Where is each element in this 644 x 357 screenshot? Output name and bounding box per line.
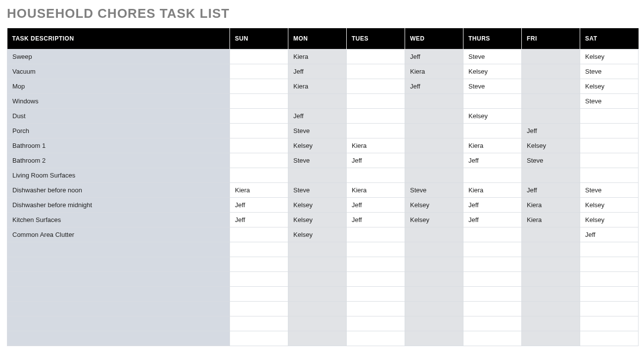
assignment-cell[interactable] <box>288 331 347 346</box>
assignment-cell[interactable] <box>580 302 639 316</box>
assignment-cell[interactable] <box>347 331 405 346</box>
assignment-cell[interactable]: Kelsey <box>288 138 347 153</box>
assignment-cell[interactable] <box>288 168 347 183</box>
assignment-cell[interactable]: Jeff <box>405 49 463 64</box>
task-description-cell[interactable]: Dishwasher before noon <box>7 183 230 198</box>
assignment-cell[interactable]: Steve <box>288 183 347 198</box>
assignment-cell[interactable] <box>522 109 580 124</box>
assignment-cell[interactable]: Jeff <box>463 153 522 168</box>
assignment-cell[interactable] <box>580 109 639 124</box>
assignment-cell[interactable]: Kelsey <box>405 213 463 227</box>
assignment-cell[interactable]: Kiera <box>522 198 580 213</box>
task-description-cell[interactable]: Dust <box>7 109 230 124</box>
task-description-cell[interactable] <box>7 302 230 316</box>
assignment-cell[interactable] <box>405 109 463 124</box>
assignment-cell[interactable] <box>405 153 463 168</box>
assignment-cell[interactable] <box>288 302 347 316</box>
assignment-cell[interactable] <box>347 168 405 183</box>
assignment-cell[interactable] <box>580 272 639 287</box>
assignment-cell[interactable]: Kiera <box>347 138 405 153</box>
assignment-cell[interactable] <box>522 302 580 316</box>
assignment-cell[interactable] <box>230 272 288 287</box>
assignment-cell[interactable] <box>463 257 522 272</box>
assignment-cell[interactable] <box>463 272 522 287</box>
assignment-cell[interactable] <box>347 109 405 124</box>
assignment-cell[interactable] <box>230 64 288 79</box>
assignment-cell[interactable] <box>405 316 463 331</box>
assignment-cell[interactable] <box>580 257 639 272</box>
assignment-cell[interactable] <box>230 257 288 272</box>
assignment-cell[interactable] <box>580 168 639 183</box>
assignment-cell[interactable]: Kiera <box>522 213 580 227</box>
assignment-cell[interactable] <box>405 168 463 183</box>
assignment-cell[interactable] <box>405 124 463 138</box>
assignment-cell[interactable] <box>347 272 405 287</box>
assignment-cell[interactable] <box>230 153 288 168</box>
assignment-cell[interactable] <box>230 242 288 257</box>
task-description-cell[interactable] <box>7 316 230 331</box>
assignment-cell[interactable] <box>288 94 347 109</box>
task-description-cell[interactable] <box>7 287 230 302</box>
assignment-cell[interactable]: Jeff <box>288 109 347 124</box>
task-description-cell[interactable]: Bathroom 2 <box>7 153 230 168</box>
assignment-cell[interactable]: Kelsey <box>288 227 347 242</box>
assignment-cell[interactable]: Kelsey <box>580 213 639 227</box>
assignment-cell[interactable] <box>463 94 522 109</box>
assignment-cell[interactable]: Kiera <box>347 183 405 198</box>
assignment-cell[interactable] <box>522 257 580 272</box>
assignment-cell[interactable] <box>580 331 639 346</box>
assignment-cell[interactable] <box>230 138 288 153</box>
assignment-cell[interactable]: Jeff <box>463 198 522 213</box>
assignment-cell[interactable]: Steve <box>580 64 639 79</box>
assignment-cell[interactable] <box>347 302 405 316</box>
assignment-cell[interactable] <box>580 242 639 257</box>
assignment-cell[interactable] <box>522 79 580 94</box>
assignment-cell[interactable]: Jeff <box>230 213 288 227</box>
assignment-cell[interactable]: Jeff <box>580 227 639 242</box>
assignment-cell[interactable]: Kelsey <box>580 79 639 94</box>
assignment-cell[interactable] <box>463 227 522 242</box>
assignment-cell[interactable]: Steve <box>580 183 639 198</box>
assignment-cell[interactable]: Steve <box>463 49 522 64</box>
assignment-cell[interactable] <box>230 79 288 94</box>
assignment-cell[interactable] <box>405 94 463 109</box>
assignment-cell[interactable] <box>463 331 522 346</box>
assignment-cell[interactable] <box>405 287 463 302</box>
task-description-cell[interactable] <box>7 272 230 287</box>
task-description-cell[interactable]: Dishwasher before midnight <box>7 198 230 213</box>
assignment-cell[interactable]: Kiera <box>463 183 522 198</box>
assignment-cell[interactable] <box>463 287 522 302</box>
task-description-cell[interactable] <box>7 331 230 346</box>
assignment-cell[interactable]: Jeff <box>230 198 288 213</box>
assignment-cell[interactable]: Steve <box>405 183 463 198</box>
assignment-cell[interactable] <box>463 168 522 183</box>
assignment-cell[interactable] <box>230 316 288 331</box>
assignment-cell[interactable] <box>288 257 347 272</box>
assignment-cell[interactable] <box>288 316 347 331</box>
assignment-cell[interactable]: Kiera <box>405 64 463 79</box>
assignment-cell[interactable]: Steve <box>288 124 347 138</box>
assignment-cell[interactable] <box>230 302 288 316</box>
assignment-cell[interactable] <box>405 242 463 257</box>
assignment-cell[interactable] <box>405 138 463 153</box>
assignment-cell[interactable] <box>405 257 463 272</box>
assignment-cell[interactable] <box>522 168 580 183</box>
task-description-cell[interactable] <box>7 242 230 257</box>
task-description-cell[interactable]: Vacuum <box>7 64 230 79</box>
assignment-cell[interactable] <box>580 153 639 168</box>
assignment-cell[interactable] <box>580 124 639 138</box>
assignment-cell[interactable] <box>463 316 522 331</box>
assignment-cell[interactable] <box>522 64 580 79</box>
assignment-cell[interactable]: Jeff <box>347 153 405 168</box>
assignment-cell[interactable] <box>288 242 347 257</box>
assignment-cell[interactable] <box>347 242 405 257</box>
assignment-cell[interactable] <box>405 331 463 346</box>
assignment-cell[interactable]: Kiera <box>288 49 347 64</box>
assignment-cell[interactable] <box>522 331 580 346</box>
assignment-cell[interactable] <box>405 302 463 316</box>
assignment-cell[interactable]: Kiera <box>230 183 288 198</box>
assignment-cell[interactable]: Kelsey <box>580 49 639 64</box>
assignment-cell[interactable]: Kelsey <box>580 198 639 213</box>
assignment-cell[interactable] <box>347 94 405 109</box>
task-description-cell[interactable]: Kitchen Surfaces <box>7 213 230 227</box>
